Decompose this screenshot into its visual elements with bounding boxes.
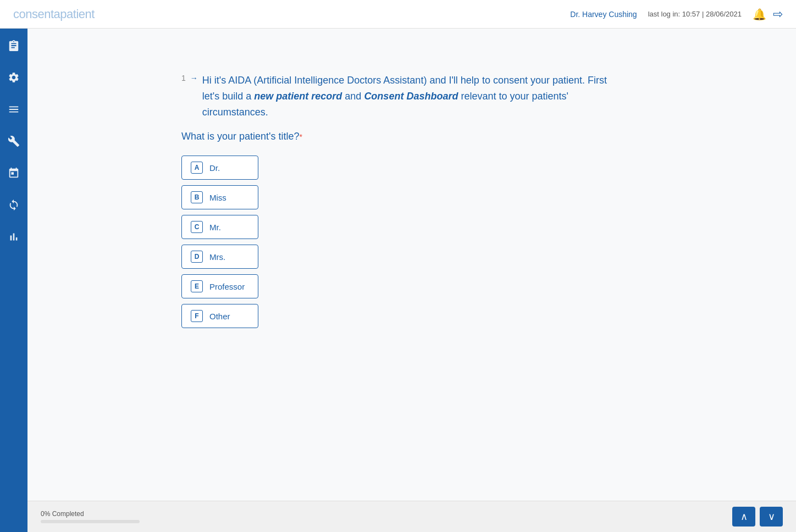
option-b[interactable]: B Miss xyxy=(181,185,258,209)
footer: 0% Completed ∧ ∨ xyxy=(27,501,796,532)
calendar-icon[interactable] xyxy=(5,165,22,181)
tools-icon[interactable] xyxy=(5,133,22,149)
option-d-key: D xyxy=(191,251,203,263)
list-icon[interactable] xyxy=(5,101,22,118)
question-subtitle: What is your patient's title?* xyxy=(181,131,621,142)
settings-icon[interactable] xyxy=(5,69,22,86)
question-body: Hi it's AIDA (Artificial Intelligence Do… xyxy=(202,73,621,120)
option-f-key: F xyxy=(191,310,203,322)
option-a-label: Dr. xyxy=(209,163,220,173)
options-list: A Dr. B Miss C Mr. D Mrs. xyxy=(181,156,621,328)
option-b-label: Miss xyxy=(209,193,226,202)
option-c-key: C xyxy=(191,221,203,233)
last-login: last log in: 10:57 | 28/06/2021 xyxy=(648,10,742,18)
nav-up-button[interactable]: ∧ xyxy=(732,507,755,527)
question-header: 1 → Hi it's AIDA (Artificial Intelligenc… xyxy=(181,73,621,120)
refresh-icon[interactable] xyxy=(5,197,22,213)
option-e[interactable]: E Professor xyxy=(181,274,258,298)
user-name: Dr. Harvey Cushing xyxy=(570,10,637,19)
option-e-key: E xyxy=(191,280,203,292)
progress-label: 0% Completed xyxy=(41,510,140,518)
option-a-key: A xyxy=(191,162,203,174)
content-area: 1 → Hi it's AIDA (Artificial Intelligenc… xyxy=(27,29,796,501)
logo-a: a xyxy=(54,7,60,21)
option-d[interactable]: D Mrs. xyxy=(181,245,258,269)
clipboard-icon[interactable] xyxy=(5,37,22,54)
question-block: 1 → Hi it's AIDA (Artificial Intelligenc… xyxy=(181,73,621,328)
option-c[interactable]: C Mr. xyxy=(181,215,258,239)
option-c-label: Mr. xyxy=(209,223,221,232)
option-f[interactable]: F Other xyxy=(181,304,258,328)
required-marker: * xyxy=(300,132,302,141)
header-icons: 🔔 ⇨ xyxy=(753,7,783,21)
header: consentapatient Dr. Harvey Cushing last … xyxy=(0,0,796,29)
nav-buttons: ∧ ∨ xyxy=(732,507,783,527)
option-b-key: B xyxy=(191,191,203,203)
main-content: 1 → Hi it's AIDA (Artificial Intelligenc… xyxy=(27,29,796,532)
nav-down-button[interactable]: ∨ xyxy=(760,507,783,527)
question-text: Hi it's AIDA (Artificial Intelligence Do… xyxy=(202,75,607,118)
logo-text: consent xyxy=(13,7,54,21)
option-d-label: Mrs. xyxy=(209,252,225,262)
layout: 1 → Hi it's AIDA (Artificial Intelligenc… xyxy=(0,29,796,532)
bell-icon[interactable]: 🔔 xyxy=(753,8,766,21)
progress-section: 0% Completed xyxy=(41,510,140,523)
progress-bar-container xyxy=(41,520,140,523)
option-f-label: Other xyxy=(209,312,230,321)
header-right: Dr. Harvey Cushing last log in: 10:57 | … xyxy=(570,7,783,21)
question-number: 1 xyxy=(181,74,186,82)
arrow-icon: → xyxy=(190,74,198,82)
logo-rest: patient xyxy=(60,7,95,21)
option-a[interactable]: A Dr. xyxy=(181,156,258,180)
option-e-label: Professor xyxy=(209,282,245,291)
sidebar xyxy=(0,29,27,532)
chart-icon[interactable] xyxy=(5,229,22,245)
logout-icon[interactable]: ⇨ xyxy=(773,7,783,21)
logo: consentapatient xyxy=(13,7,95,21)
